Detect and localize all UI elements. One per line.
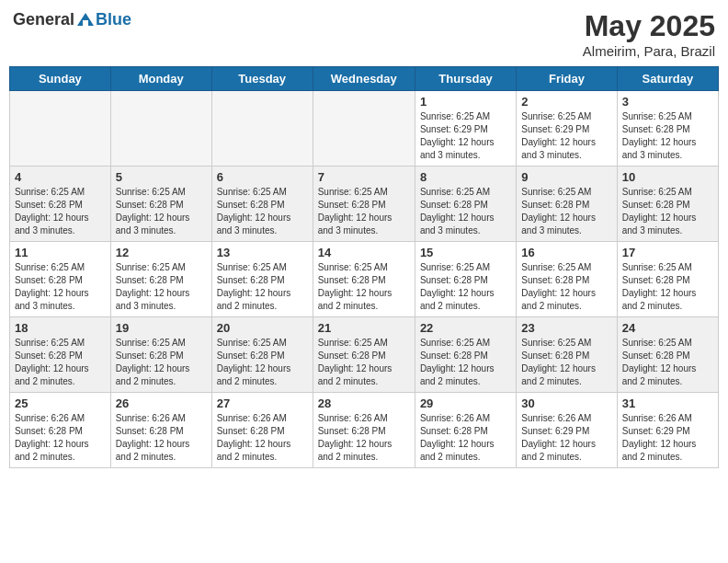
table-row: 1Sunrise: 6:25 AM Sunset: 6:29 PM Daylig… (415, 91, 516, 167)
day-number: 17 (622, 246, 713, 259)
day-info: Sunrise: 6:25 AM Sunset: 6:28 PM Dayligh… (15, 337, 106, 388)
calendar-week-row: 11Sunrise: 6:25 AM Sunset: 6:28 PM Dayli… (10, 242, 719, 317)
day-number: 1 (420, 95, 511, 109)
day-number: 24 (622, 321, 713, 335)
calendar-week-row: 25Sunrise: 6:26 AM Sunset: 6:28 PM Dayli… (10, 393, 719, 468)
day-info: Sunrise: 6:25 AM Sunset: 6:28 PM Dayligh… (622, 261, 713, 313)
calendar-week-row: 1Sunrise: 6:25 AM Sunset: 6:29 PM Daylig… (10, 91, 719, 167)
table-row: 14Sunrise: 6:25 AM Sunset: 6:28 PM Dayli… (313, 242, 415, 317)
day-number: 7 (318, 170, 410, 184)
logo: General Blue (13, 9, 131, 29)
day-number: 23 (521, 321, 611, 335)
day-info: Sunrise: 6:26 AM Sunset: 6:29 PM Dayligh… (622, 412, 713, 464)
table-row: 23Sunrise: 6:25 AM Sunset: 6:28 PM Dayli… (517, 317, 617, 393)
day-info: Sunrise: 6:25 AM Sunset: 6:28 PM Dayligh… (116, 337, 207, 388)
title-block: May 2025 Almeirim, Para, Brazil (583, 9, 715, 59)
table-row: 10Sunrise: 6:25 AM Sunset: 6:28 PM Dayli… (617, 167, 718, 242)
table-row: 30Sunrise: 6:26 AM Sunset: 6:29 PM Dayli… (517, 393, 617, 468)
table-row: 28Sunrise: 6:26 AM Sunset: 6:28 PM Dayli… (313, 393, 415, 468)
table-row: 13Sunrise: 6:25 AM Sunset: 6:28 PM Dayli… (211, 242, 313, 317)
col-monday: Monday (110, 67, 211, 91)
day-number: 19 (116, 321, 207, 335)
table-row: 8Sunrise: 6:25 AM Sunset: 6:28 PM Daylig… (415, 167, 516, 242)
table-row: 15Sunrise: 6:25 AM Sunset: 6:28 PM Dayli… (415, 242, 516, 317)
col-tuesday: Tuesday (211, 67, 313, 91)
col-saturday: Saturday (617, 67, 718, 91)
table-row: 27Sunrise: 6:26 AM Sunset: 6:28 PM Dayli… (211, 393, 313, 468)
table-row: 31Sunrise: 6:26 AM Sunset: 6:29 PM Dayli… (617, 393, 718, 468)
table-row (10, 91, 111, 167)
table-row (211, 91, 313, 167)
day-number: 25 (15, 396, 106, 410)
table-row: 9Sunrise: 6:25 AM Sunset: 6:28 PM Daylig… (517, 167, 617, 242)
day-info: Sunrise: 6:25 AM Sunset: 6:28 PM Dayligh… (622, 110, 713, 162)
day-info: Sunrise: 6:25 AM Sunset: 6:28 PM Dayligh… (116, 261, 207, 313)
table-row: 2Sunrise: 6:25 AM Sunset: 6:29 PM Daylig… (517, 91, 617, 167)
day-number: 21 (318, 321, 410, 335)
day-info: Sunrise: 6:26 AM Sunset: 6:28 PM Dayligh… (217, 412, 308, 464)
day-number: 6 (217, 170, 308, 184)
table-row (313, 91, 415, 167)
day-number: 3 (622, 95, 713, 109)
table-row: 17Sunrise: 6:25 AM Sunset: 6:28 PM Dayli… (617, 242, 718, 317)
day-info: Sunrise: 6:25 AM Sunset: 6:28 PM Dayligh… (521, 261, 611, 313)
day-info: Sunrise: 6:25 AM Sunset: 6:28 PM Dayligh… (217, 186, 308, 237)
day-info: Sunrise: 6:25 AM Sunset: 6:28 PM Dayligh… (622, 186, 713, 237)
day-number: 8 (420, 170, 511, 184)
month-title: May 2025 (583, 9, 715, 43)
calendar-week-row: 4Sunrise: 6:25 AM Sunset: 6:28 PM Daylig… (10, 167, 719, 242)
col-friday: Friday (517, 67, 617, 91)
day-info: Sunrise: 6:26 AM Sunset: 6:28 PM Dayligh… (15, 412, 106, 464)
day-number: 15 (420, 246, 511, 259)
day-info: Sunrise: 6:25 AM Sunset: 6:28 PM Dayligh… (420, 186, 511, 237)
table-row: 12Sunrise: 6:25 AM Sunset: 6:28 PM Dayli… (110, 242, 211, 317)
day-number: 22 (420, 321, 511, 335)
day-number: 27 (217, 396, 308, 410)
table-row (110, 91, 211, 167)
col-wednesday: Wednesday (313, 67, 415, 91)
day-number: 14 (318, 246, 410, 259)
day-info: Sunrise: 6:25 AM Sunset: 6:28 PM Dayligh… (217, 261, 308, 313)
table-row: 24Sunrise: 6:25 AM Sunset: 6:28 PM Dayli… (617, 317, 718, 393)
day-number: 28 (318, 396, 410, 410)
day-info: Sunrise: 6:25 AM Sunset: 6:28 PM Dayligh… (521, 337, 611, 388)
day-number: 4 (15, 170, 106, 184)
day-number: 29 (420, 396, 511, 410)
table-row: 29Sunrise: 6:26 AM Sunset: 6:28 PM Dayli… (415, 393, 516, 468)
table-row: 25Sunrise: 6:26 AM Sunset: 6:28 PM Dayli… (10, 393, 111, 468)
table-row: 7Sunrise: 6:25 AM Sunset: 6:28 PM Daylig… (313, 167, 415, 242)
day-number: 10 (622, 170, 713, 184)
day-info: Sunrise: 6:26 AM Sunset: 6:28 PM Dayligh… (318, 412, 410, 464)
table-row: 19Sunrise: 6:25 AM Sunset: 6:28 PM Dayli… (110, 317, 211, 393)
day-number: 16 (521, 246, 611, 259)
day-info: Sunrise: 6:25 AM Sunset: 6:28 PM Dayligh… (217, 337, 308, 388)
day-info: Sunrise: 6:26 AM Sunset: 6:28 PM Dayligh… (116, 412, 207, 464)
day-number: 30 (521, 396, 611, 410)
day-info: Sunrise: 6:25 AM Sunset: 6:29 PM Dayligh… (521, 110, 611, 162)
col-thursday: Thursday (415, 67, 516, 91)
day-number: 9 (521, 170, 611, 184)
table-row: 6Sunrise: 6:25 AM Sunset: 6:28 PM Daylig… (211, 167, 313, 242)
day-number: 13 (217, 246, 308, 259)
day-info: Sunrise: 6:25 AM Sunset: 6:28 PM Dayligh… (420, 261, 511, 313)
table-row: 4Sunrise: 6:25 AM Sunset: 6:28 PM Daylig… (10, 167, 111, 242)
logo-general: General (13, 10, 74, 29)
day-info: Sunrise: 6:25 AM Sunset: 6:28 PM Dayligh… (15, 261, 106, 313)
day-number: 5 (116, 170, 207, 184)
col-sunday: Sunday (10, 67, 111, 91)
day-number: 11 (15, 246, 106, 259)
table-row: 21Sunrise: 6:25 AM Sunset: 6:28 PM Dayli… (313, 317, 415, 393)
day-number: 26 (116, 396, 207, 410)
day-number: 2 (521, 95, 611, 109)
table-row: 22Sunrise: 6:25 AM Sunset: 6:28 PM Dayli… (415, 317, 516, 393)
table-row: 16Sunrise: 6:25 AM Sunset: 6:28 PM Dayli… (517, 242, 617, 317)
calendar-table: Sunday Monday Tuesday Wednesday Thursday… (9, 66, 719, 468)
day-number: 31 (622, 396, 713, 410)
day-info: Sunrise: 6:25 AM Sunset: 6:28 PM Dayligh… (420, 337, 511, 388)
table-row: 11Sunrise: 6:25 AM Sunset: 6:28 PM Dayli… (10, 242, 111, 317)
day-info: Sunrise: 6:25 AM Sunset: 6:28 PM Dayligh… (116, 186, 207, 237)
day-number: 18 (15, 321, 106, 335)
table-row: 5Sunrise: 6:25 AM Sunset: 6:28 PM Daylig… (110, 167, 211, 242)
day-info: Sunrise: 6:25 AM Sunset: 6:28 PM Dayligh… (318, 337, 410, 388)
table-row: 20Sunrise: 6:25 AM Sunset: 6:28 PM Dayli… (211, 317, 313, 393)
